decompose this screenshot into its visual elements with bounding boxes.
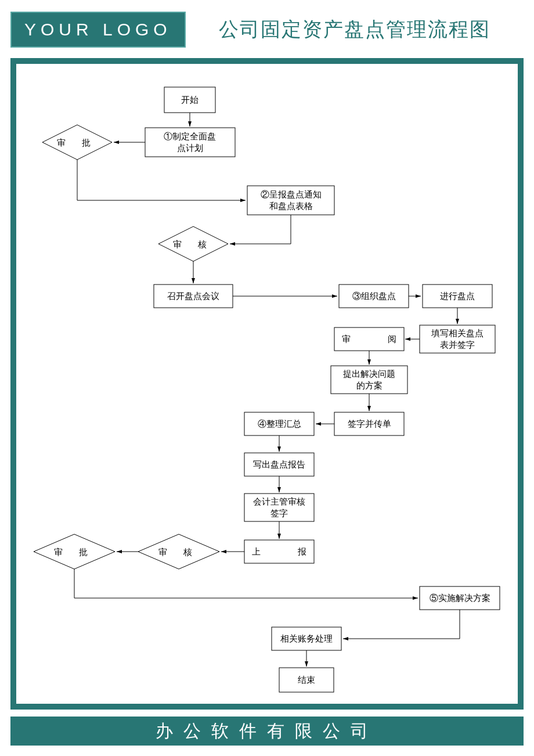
node-read-label: 审 阅: [342, 334, 414, 344]
logo-box: YOUR LOGO: [10, 12, 186, 48]
node-account-label: 相关账务处理: [280, 634, 333, 643]
node-signpass-label: 签字并传单: [348, 419, 391, 429]
node-start-label: 开始: [181, 95, 199, 105]
node-report-label: 写出盘点报告: [253, 460, 305, 469]
node-review1-label: 审 核: [173, 240, 214, 249]
page-title: 公司固定资产盘点管理流程图: [186, 16, 524, 43]
node-notify-label1: ②呈报盘点通知: [261, 190, 322, 199]
node-organize-label: ③组织盘点: [352, 291, 396, 301]
node-fillform-label1: 填写相关盘点: [431, 329, 484, 338]
node-approve2-label: 审 批: [54, 548, 95, 557]
node-accountant-label1: 会计主管审核: [253, 497, 305, 506]
node-accountant-label2: 签字: [270, 509, 288, 518]
node-plan-label2: 点计划: [177, 143, 203, 153]
node-implement-label: ⑤实施解决方案: [430, 593, 490, 603]
node-submit-label: 上 报: [252, 547, 324, 556]
flowchart-frame: 开始 ①制定全面盘 点计划 审 批 ②呈报盘点通知 和盘点表格 审 核: [10, 58, 524, 710]
node-summary-label: ④整理汇总: [258, 419, 301, 429]
node-review2-label: 审 核: [158, 548, 199, 557]
footer: 办公软件有限公司: [10, 717, 524, 746]
page: YOUR LOGO 公司固定资产盘点管理流程图 开始 ①制定全面盘 点计划 审 …: [0, 0, 534, 756]
node-approve1-label: 审 批: [57, 138, 98, 147]
node-fillform-label2: 表并签字: [440, 340, 475, 350]
node-plan-label1: ①制定全面盘: [164, 132, 216, 141]
node-propose-label2: 的方案: [356, 381, 383, 390]
node-execute-label: 进行盘点: [440, 291, 475, 301]
header: YOUR LOGO 公司固定资产盘点管理流程图: [10, 10, 524, 48]
node-meeting-label: 召开盘点会议: [167, 291, 219, 301]
node-propose-label1: 提出解决问题: [343, 369, 395, 379]
flowchart-svg: 开始 ①制定全面盘 点计划 审 批 ②呈报盘点通知 和盘点表格 审 核: [16, 64, 518, 704]
node-notify-label2: 和盘点表格: [269, 201, 313, 211]
node-end-label: 结束: [298, 675, 315, 685]
